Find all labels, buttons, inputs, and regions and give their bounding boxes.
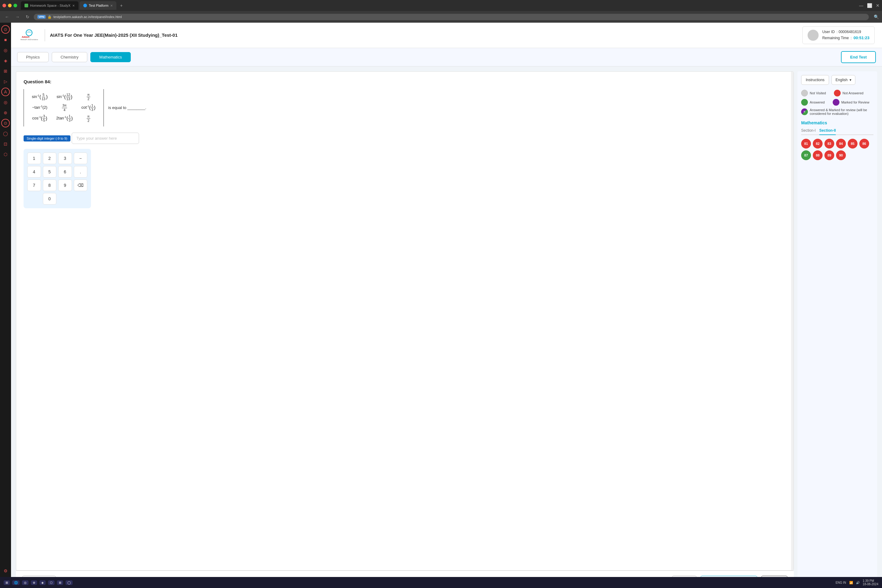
sidebar-icon-10[interactable]: ⊙ xyxy=(1,119,10,128)
tab-chemistry[interactable]: Chemistry xyxy=(52,52,88,62)
legend-dot-not-answered xyxy=(834,90,841,96)
refresh-button[interactable]: ↻ xyxy=(24,14,31,20)
numpad: 1 2 3 − 4 5 6 . 7 8 9 ⌫ 0 xyxy=(24,149,91,208)
question-panel: Question 84: sin-1(513) sin-1(1213) π2 − xyxy=(16,71,794,570)
q-num-84[interactable]: 84 xyxy=(836,139,846,148)
sidebar-icon-3[interactable]: ◎ xyxy=(1,46,10,54)
numpad-dot[interactable]: . xyxy=(74,166,88,178)
browser-toolbar: ← → ↻ VPN 🔒 testplatform.aakash.ac.in/te… xyxy=(0,11,882,22)
numpad-7[interactable]: 7 xyxy=(27,180,41,191)
wifi-icon: 📶 xyxy=(849,581,853,584)
logo-area: Aakash Medical|IIT-JEE|Foundations AIATS… xyxy=(18,28,178,43)
content-area: Question 84: sin-1(513) sin-1(1213) π2 − xyxy=(11,66,882,588)
taskbar-app5[interactable]: ⊞ xyxy=(57,580,63,585)
tab-mathematics[interactable]: Mathematics xyxy=(90,52,131,62)
back-button[interactable]: ← xyxy=(3,14,11,20)
numpad-6[interactable]: 6 xyxy=(58,166,72,178)
sidebar-icon-6[interactable]: ▷ xyxy=(1,77,10,86)
right-top: Instructions English ▾ xyxy=(801,75,873,85)
taskbar-app6[interactable]: ◯ xyxy=(66,580,73,585)
taskbar-app4[interactable]: ⬡ xyxy=(48,580,54,585)
taskbar-app1[interactable]: ◎ xyxy=(22,580,28,585)
taskbar-app3[interactable]: ◈ xyxy=(39,580,46,585)
remaining-time-separator: : xyxy=(851,35,852,41)
section-1-tab[interactable]: Section-I xyxy=(801,128,816,135)
q-num-87[interactable]: 87 xyxy=(801,150,811,160)
sidebar-icon-8[interactable]: ◎ xyxy=(1,98,10,106)
question-numbers: 81 82 83 84 85 86 87 88 89 90 xyxy=(801,139,873,160)
taskbar-start[interactable]: ⊞ xyxy=(4,580,10,585)
legend-not-visited: Not Visited Not Answered xyxy=(801,90,873,96)
browser-restore[interactable]: ⬜ xyxy=(867,3,872,8)
browser-chrome: Homework Space - StudyX ✕ Test Platform … xyxy=(0,0,882,11)
close-tab-icon[interactable]: ✕ xyxy=(110,4,113,8)
taskbar-app2[interactable]: ⊛ xyxy=(31,580,37,585)
question-body: sin-1(513) sin-1(1213) π2 −tan-1(2) 3π4 … xyxy=(24,89,786,126)
numpad-backspace[interactable]: ⌫ xyxy=(74,180,88,191)
remaining-time-value: 00:51:23 xyxy=(854,35,870,41)
language-selector[interactable]: English ▾ xyxy=(831,75,855,85)
tab-studyx[interactable]: Homework Space - StudyX ✕ xyxy=(21,1,78,10)
volume-icon: 🔊 xyxy=(856,581,860,584)
q-num-83[interactable]: 83 xyxy=(824,139,834,148)
address-bar[interactable]: VPN 🔒 testplatform.aakash.ac.in/testpane… xyxy=(34,14,869,20)
sidebar-icon-1[interactable]: ⊙ xyxy=(1,25,10,34)
header: Aakash Medical|IIT-JEE|Foundations AIATS… xyxy=(11,22,882,48)
taskbar-browser[interactable]: 🌐 xyxy=(12,580,20,585)
numpad-1[interactable]: 1 xyxy=(27,153,41,164)
sidebar-icon-5[interactable]: ⊞ xyxy=(1,67,10,75)
numpad-9[interactable]: 9 xyxy=(58,180,72,191)
scroll-indicator xyxy=(791,72,794,570)
question-title: Question 84: xyxy=(24,79,786,84)
sidebar-icon-4[interactable]: ◈ xyxy=(1,56,10,65)
new-tab-button[interactable]: + xyxy=(118,3,125,9)
numpad-2[interactable]: 2 xyxy=(43,153,57,164)
browser-close[interactable]: ✕ xyxy=(876,3,879,8)
sidebar-icon-11[interactable]: ◯ xyxy=(1,129,10,138)
svg-text:Aakash: Aakash xyxy=(22,36,29,38)
end-test-button[interactable]: End Test xyxy=(841,51,876,63)
sidebar-icon-2[interactable]: ■ xyxy=(1,36,10,44)
section-tabs: Section-I Section-II xyxy=(801,128,873,135)
q-num-90[interactable]: 90 xyxy=(836,150,846,160)
answer-input[interactable] xyxy=(72,133,139,144)
q-num-89[interactable]: 89 xyxy=(824,150,834,160)
tab-testplatform[interactable]: Test Platform ✕ xyxy=(80,1,116,10)
user-details: User ID : 00006481619 Remaining Time : 0… xyxy=(822,29,870,41)
q-num-85[interactable]: 85 xyxy=(848,139,858,148)
taskbar-right: ENG IN 📶 🔊 1:39 PM 18-08-2024 xyxy=(836,579,878,586)
chevron-down-icon: ▾ xyxy=(849,78,851,82)
sidebar-icon-7[interactable]: A xyxy=(1,88,10,96)
numpad-5[interactable]: 5 xyxy=(43,166,57,178)
legend: Not Visited Not Answered Answered Marked… xyxy=(801,90,873,116)
sidebar-icon-13[interactable]: ⬡ xyxy=(1,150,10,159)
forward-button[interactable]: → xyxy=(14,14,21,20)
sidebar-icon-12[interactable]: ⊡ xyxy=(1,140,10,148)
answer-type-badge: Single-digit integer (-9 to 9) xyxy=(24,135,70,141)
taskbar-time: 1:39 PM 18-08-2024 xyxy=(863,579,878,586)
numpad-minus[interactable]: − xyxy=(74,153,88,164)
numpad-grid: 1 2 3 − 4 5 6 . 7 8 9 ⌫ 0 xyxy=(27,153,87,205)
q-num-82[interactable]: 82 xyxy=(813,139,823,148)
legend-dot-answered-marked: B xyxy=(801,108,808,115)
user-id-label: User ID xyxy=(822,29,835,35)
tabs-left: Physics Chemistry Mathematics xyxy=(17,52,131,62)
tab-physics[interactable]: Physics xyxy=(17,52,49,62)
q-num-81[interactable]: 81 xyxy=(801,139,811,148)
numpad-0[interactable]: 0 xyxy=(43,193,57,205)
sidebar-icon-9[interactable]: ⊛ xyxy=(1,108,10,117)
section-2-tab[interactable]: Section-II xyxy=(819,128,836,135)
q-num-88[interactable]: 88 xyxy=(813,150,823,160)
numpad-8[interactable]: 8 xyxy=(43,180,57,191)
vpn-badge: VPN xyxy=(38,15,46,19)
numpad-3[interactable]: 3 xyxy=(58,153,72,164)
q-num-86[interactable]: 86 xyxy=(860,139,869,148)
legend-dot-answered xyxy=(801,99,808,106)
remaining-time-label: Remaining Time xyxy=(822,35,849,41)
numpad-4[interactable]: 4 xyxy=(27,166,41,178)
close-tab-icon[interactable]: ✕ xyxy=(72,4,75,8)
instructions-button[interactable]: Instructions xyxy=(801,75,829,85)
search-icon[interactable]: 🔍 xyxy=(874,14,879,19)
sidebar-icon-14[interactable]: ⚙ xyxy=(1,567,10,575)
browser-minimize[interactable]: — xyxy=(859,3,863,8)
